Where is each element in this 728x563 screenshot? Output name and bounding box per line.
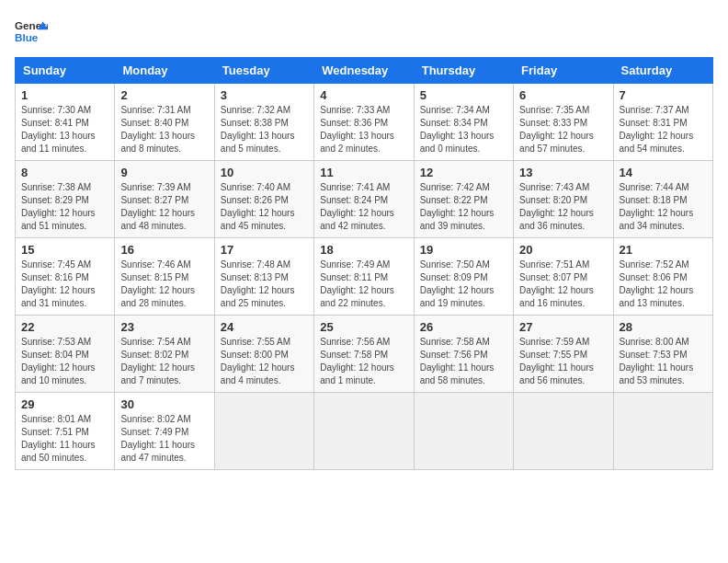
day-info: Sunrise: 7:32 AM Sunset: 8:38 PM Dayligh… xyxy=(221,104,308,155)
day-info: Sunrise: 7:54 AM Sunset: 8:02 PM Dayligh… xyxy=(120,336,208,387)
day-info: Sunrise: 7:53 AM Sunset: 8:04 PM Dayligh… xyxy=(21,336,108,387)
day-number: 25 xyxy=(320,320,407,334)
day-number: 4 xyxy=(320,88,407,102)
day-number: 18 xyxy=(320,243,407,257)
day-info: Sunrise: 8:00 AM Sunset: 7:53 PM Dayligh… xyxy=(620,336,707,387)
day-info: Sunrise: 7:34 AM Sunset: 8:34 PM Dayligh… xyxy=(420,104,507,155)
day-info: Sunrise: 7:30 AM Sunset: 8:41 PM Dayligh… xyxy=(21,104,108,155)
calendar-weekday-header: Wednesday xyxy=(314,58,414,84)
calendar-day-cell: 16 Sunrise: 7:46 AM Sunset: 8:15 PM Dayl… xyxy=(115,238,214,316)
calendar-day-cell: 24 Sunrise: 7:55 AM Sunset: 8:00 PM Dayl… xyxy=(214,316,313,393)
calendar-day-cell: 19 Sunrise: 7:50 AM Sunset: 8:09 PM Dayl… xyxy=(414,238,513,316)
calendar-day-cell: 23 Sunrise: 7:54 AM Sunset: 8:02 PM Dayl… xyxy=(115,316,214,393)
day-number: 24 xyxy=(221,320,308,334)
calendar-day-cell: 7 Sunrise: 7:37 AM Sunset: 8:31 PM Dayli… xyxy=(613,84,712,161)
calendar-day-cell: 25 Sunrise: 7:56 AM Sunset: 7:58 PM Dayl… xyxy=(314,316,414,393)
day-number: 16 xyxy=(120,243,208,257)
day-number: 21 xyxy=(620,243,707,257)
calendar-day-cell: 22 Sunrise: 7:53 AM Sunset: 8:04 PM Dayl… xyxy=(16,316,115,393)
calendar-day-cell: 11 Sunrise: 7:41 AM Sunset: 8:24 PM Dayl… xyxy=(314,161,414,238)
calendar-day-cell: 8 Sunrise: 7:38 AM Sunset: 8:29 PM Dayli… xyxy=(16,161,115,238)
logo: General Blue xyxy=(15,15,48,48)
day-number: 14 xyxy=(620,166,707,179)
calendar-day-cell xyxy=(314,393,414,470)
calendar-weekday-header: Thursday xyxy=(414,58,513,84)
calendar-week-row: 8 Sunrise: 7:38 AM Sunset: 8:29 PM Dayli… xyxy=(16,161,713,238)
calendar-weekday-header: Monday xyxy=(115,58,214,84)
calendar-day-cell: 14 Sunrise: 7:44 AM Sunset: 8:18 PM Dayl… xyxy=(613,161,712,238)
day-info: Sunrise: 7:40 AM Sunset: 8:26 PM Dayligh… xyxy=(221,181,308,233)
day-info: Sunrise: 7:49 AM Sunset: 8:11 PM Dayligh… xyxy=(320,259,407,310)
day-number: 2 xyxy=(120,88,208,102)
day-info: Sunrise: 7:46 AM Sunset: 8:15 PM Dayligh… xyxy=(120,259,208,310)
day-number: 19 xyxy=(420,243,507,257)
day-number: 9 xyxy=(120,166,208,179)
day-number: 8 xyxy=(21,166,108,179)
day-number: 29 xyxy=(21,397,108,411)
day-info: Sunrise: 8:02 AM Sunset: 7:49 PM Dayligh… xyxy=(120,413,208,465)
day-info: Sunrise: 7:31 AM Sunset: 8:40 PM Dayligh… xyxy=(120,104,208,155)
day-number: 3 xyxy=(221,88,308,102)
day-number: 1 xyxy=(21,88,108,102)
calendar-day-cell: 1 Sunrise: 7:30 AM Sunset: 8:41 PM Dayli… xyxy=(16,84,115,161)
calendar-day-cell: 20 Sunrise: 7:51 AM Sunset: 8:07 PM Dayl… xyxy=(514,238,613,316)
calendar-day-cell: 12 Sunrise: 7:42 AM Sunset: 8:22 PM Dayl… xyxy=(414,161,513,238)
calendar-day-cell: 21 Sunrise: 7:52 AM Sunset: 8:06 PM Dayl… xyxy=(613,238,712,316)
page-header: General Blue xyxy=(15,15,713,48)
day-info: Sunrise: 7:59 AM Sunset: 7:55 PM Dayligh… xyxy=(519,336,607,387)
day-number: 23 xyxy=(120,320,208,334)
calendar-day-cell: 3 Sunrise: 7:32 AM Sunset: 8:38 PM Dayli… xyxy=(214,84,313,161)
calendar-day-cell: 9 Sunrise: 7:39 AM Sunset: 8:27 PM Dayli… xyxy=(115,161,214,238)
calendar-weekday-header: Friday xyxy=(514,58,613,84)
day-number: 27 xyxy=(519,320,607,334)
calendar-day-cell xyxy=(414,393,513,470)
calendar-day-cell: 6 Sunrise: 7:35 AM Sunset: 8:33 PM Dayli… xyxy=(514,84,613,161)
calendar-day-cell: 10 Sunrise: 7:40 AM Sunset: 8:26 PM Dayl… xyxy=(214,161,313,238)
day-number: 17 xyxy=(221,243,308,257)
day-info: Sunrise: 7:45 AM Sunset: 8:16 PM Dayligh… xyxy=(21,259,108,310)
day-info: Sunrise: 8:01 AM Sunset: 7:51 PM Dayligh… xyxy=(21,413,108,465)
day-info: Sunrise: 7:35 AM Sunset: 8:33 PM Dayligh… xyxy=(519,104,607,155)
calendar-day-cell xyxy=(613,393,712,470)
calendar-day-cell: 29 Sunrise: 8:01 AM Sunset: 7:51 PM Dayl… xyxy=(16,393,115,470)
calendar-week-row: 1 Sunrise: 7:30 AM Sunset: 8:41 PM Dayli… xyxy=(16,84,713,161)
calendar-weekday-header: Tuesday xyxy=(214,58,313,84)
calendar-day-cell: 27 Sunrise: 7:59 AM Sunset: 7:55 PM Dayl… xyxy=(514,316,613,393)
calendar-week-row: 15 Sunrise: 7:45 AM Sunset: 8:16 PM Dayl… xyxy=(16,238,713,316)
day-info: Sunrise: 7:51 AM Sunset: 8:07 PM Dayligh… xyxy=(519,259,607,310)
day-info: Sunrise: 7:42 AM Sunset: 8:22 PM Dayligh… xyxy=(420,181,507,233)
day-number: 12 xyxy=(420,166,507,179)
day-info: Sunrise: 7:41 AM Sunset: 8:24 PM Dayligh… xyxy=(320,181,407,233)
calendar-day-cell: 28 Sunrise: 8:00 AM Sunset: 7:53 PM Dayl… xyxy=(613,316,712,393)
day-number: 26 xyxy=(420,320,507,334)
day-number: 10 xyxy=(221,166,308,179)
day-info: Sunrise: 7:39 AM Sunset: 8:27 PM Dayligh… xyxy=(120,181,208,233)
day-info: Sunrise: 7:44 AM Sunset: 8:18 PM Dayligh… xyxy=(620,181,707,233)
calendar-day-cell: 2 Sunrise: 7:31 AM Sunset: 8:40 PM Dayli… xyxy=(115,84,214,161)
day-info: Sunrise: 7:58 AM Sunset: 7:56 PM Dayligh… xyxy=(420,336,507,387)
day-info: Sunrise: 7:50 AM Sunset: 8:09 PM Dayligh… xyxy=(420,259,507,310)
day-info: Sunrise: 7:33 AM Sunset: 8:36 PM Dayligh… xyxy=(320,104,407,155)
day-number: 6 xyxy=(519,88,607,102)
logo-icon: General Blue xyxy=(15,15,48,48)
calendar-day-cell: 17 Sunrise: 7:48 AM Sunset: 8:13 PM Dayl… xyxy=(214,238,313,316)
calendar-day-cell: 4 Sunrise: 7:33 AM Sunset: 8:36 PM Dayli… xyxy=(314,84,414,161)
calendar-day-cell: 18 Sunrise: 7:49 AM Sunset: 8:11 PM Dayl… xyxy=(314,238,414,316)
calendar-table: SundayMondayTuesdayWednesdayThursdayFrid… xyxy=(15,57,713,470)
day-info: Sunrise: 7:43 AM Sunset: 8:20 PM Dayligh… xyxy=(519,181,607,233)
calendar-weekday-header: Sunday xyxy=(16,58,115,84)
day-number: 5 xyxy=(420,88,507,102)
day-info: Sunrise: 7:56 AM Sunset: 7:58 PM Dayligh… xyxy=(320,336,407,387)
day-info: Sunrise: 7:37 AM Sunset: 8:31 PM Dayligh… xyxy=(620,104,707,155)
day-number: 30 xyxy=(120,397,208,411)
calendar-week-row: 22 Sunrise: 7:53 AM Sunset: 8:04 PM Dayl… xyxy=(16,316,713,393)
calendar-body: 1 Sunrise: 7:30 AM Sunset: 8:41 PM Dayli… xyxy=(16,84,713,470)
day-number: 11 xyxy=(320,166,407,179)
day-info: Sunrise: 7:38 AM Sunset: 8:29 PM Dayligh… xyxy=(21,181,108,233)
day-info: Sunrise: 7:52 AM Sunset: 8:06 PM Dayligh… xyxy=(620,259,707,310)
calendar-header-row: SundayMondayTuesdayWednesdayThursdayFrid… xyxy=(16,58,713,84)
calendar-day-cell: 13 Sunrise: 7:43 AM Sunset: 8:20 PM Dayl… xyxy=(514,161,613,238)
day-number: 28 xyxy=(620,320,707,334)
day-number: 22 xyxy=(21,320,108,334)
calendar-week-row: 29 Sunrise: 8:01 AM Sunset: 7:51 PM Dayl… xyxy=(16,393,713,470)
